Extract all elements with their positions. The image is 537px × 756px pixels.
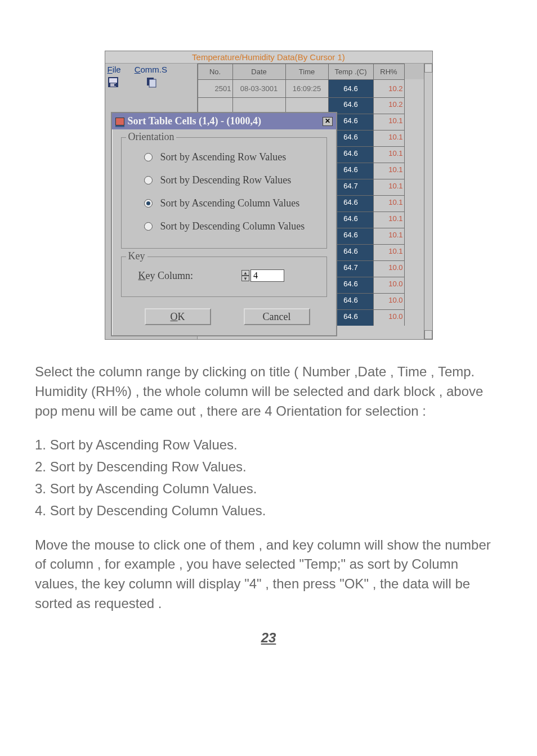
key-column-label: Key Column: [138,270,194,282]
svg-rect-5 [149,79,156,87]
svg-rect-1 [109,78,117,83]
save-icon[interactable] [108,76,119,88]
scroll-down-icon[interactable] [424,330,432,339]
doc-list-item: 4. Sort by Descending Column Values. [35,501,502,521]
svg-rect-3 [114,84,116,86]
key-column-input[interactable] [250,269,284,282]
sort-dialog: Sort Table Cells (1,4) - (1000,4) ✕ Orie… [111,112,337,336]
table-header[interactable]: No. Date Time Temp .(C) RH% [198,64,424,79]
app-screenshot: Temperature/Humidity Data(By Cursor 1) F… [105,51,433,340]
window-title: Temperature/Humidity Data(By Cursor 1) [105,51,432,64]
cancel-button[interactable]: Cancel [244,308,310,325]
clipboard-icon[interactable] [146,76,157,88]
key-legend: Key [126,250,147,262]
menu-file[interactable]: File [108,65,121,74]
document-body: Select the column range by clicking on t… [35,362,502,648]
col-no[interactable]: No. [198,64,232,79]
close-icon[interactable]: ✕ [323,117,333,126]
doc-paragraph: Move the mouse to click one of them , an… [35,536,502,614]
scroll-up-icon[interactable] [424,64,432,73]
radio-asc-row[interactable]: Sort by Ascending Row Values [128,146,320,169]
radio-icon [144,199,153,208]
ok-button[interactable]: OK [145,308,211,325]
radio-asc-col[interactable]: Sort by Ascending Column Values [128,192,320,215]
orientation-legend: Orientation [126,131,177,143]
key-group: Key Key Column: ▲ ▼ [121,256,327,297]
key-column-spinner[interactable]: ▲ ▼ [241,269,284,282]
vertical-scrollbar[interactable] [424,64,432,339]
page-number: 23 [35,628,502,648]
radio-icon [144,153,153,161]
spin-down-icon[interactable]: ▼ [241,276,249,281]
doc-paragraph: Select the column range by clicking on t… [35,362,502,421]
orientation-group: Orientation Sort by Ascending Row Values… [121,137,327,249]
radio-icon [144,176,153,184]
doc-list-item: 1. Sort by Ascending Row Values. [35,435,502,455]
system-menu-icon[interactable] [115,118,124,125]
table-row: 64.610.2 [198,97,424,114]
col-date[interactable]: Date [232,64,285,79]
radio-icon [144,222,153,231]
col-time[interactable]: Time [285,64,328,79]
radio-desc-row[interactable]: Sort by Descending Row Values [128,169,320,192]
doc-list-item: 2. Sort by Descending Row Values. [35,457,502,477]
col-temp[interactable]: Temp .(C) [328,64,373,79]
doc-list-item: 3. Sort by Ascending Column Values. [35,479,502,499]
spin-up-icon[interactable]: ▲ [241,270,249,276]
menu-comm[interactable]: Comm.S [135,65,167,74]
dialog-title: Sort Table Cells (1,4) - (1000,4) [128,115,262,127]
table-row: 2501 08-03-3001 16:09:25 64.6 10.2 [198,79,424,97]
radio-desc-col[interactable]: Sort by Descending Column Values [128,215,320,238]
col-rh[interactable]: RH% [373,64,405,79]
